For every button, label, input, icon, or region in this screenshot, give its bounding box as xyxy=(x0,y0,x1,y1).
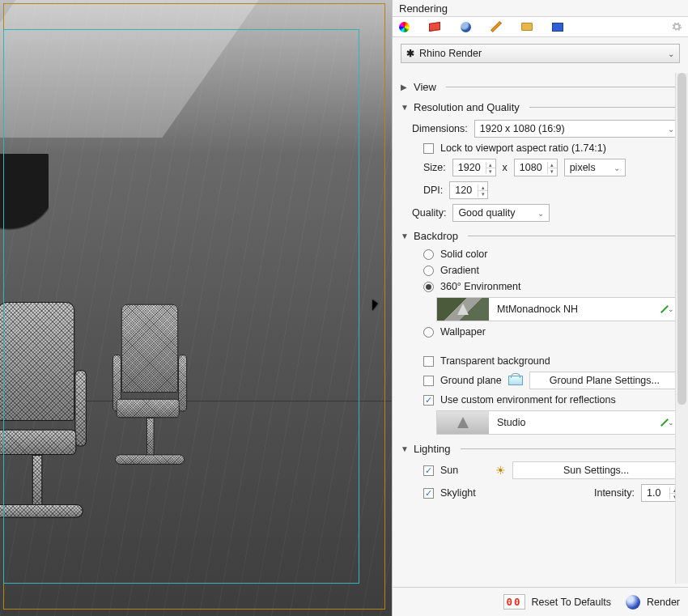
dpi-spinner[interactable]: ▴▾ xyxy=(478,185,487,197)
sun-checkbox[interactable]: ✓ xyxy=(423,465,434,476)
ground-plane-checkbox[interactable] xyxy=(423,376,434,386)
chevron-down-icon: ⌄ xyxy=(668,49,674,58)
render-button[interactable]: Render xyxy=(626,595,680,610)
libraries-tab-icon[interactable] xyxy=(428,20,441,33)
quality-label: Quality: xyxy=(412,207,446,219)
panel-toolbar xyxy=(393,16,688,37)
reflection-thumbnail xyxy=(437,411,489,434)
section-backdrop-label: Backdrop xyxy=(414,230,458,242)
scrollbar-thumb[interactable] xyxy=(677,73,686,405)
section-lighting-header[interactable]: ▼ Lighting xyxy=(401,443,680,455)
sun-settings-button[interactable]: Sun Settings... xyxy=(512,461,680,479)
section-lighting-label: Lighting xyxy=(414,443,451,455)
rendering-panel: Rendering ✱ Rhino Render ⌄ ▶ View ▼ Reso… xyxy=(392,0,688,616)
reset-counter-icon: 00 xyxy=(503,594,525,610)
section-resolution-header[interactable]: ▼ Resolution and Quality xyxy=(401,101,680,113)
section-view-header[interactable]: ▶ View xyxy=(401,81,680,93)
materials-tab-icon[interactable] xyxy=(397,20,410,33)
dimensions-select[interactable]: 1920 x 1080 (16:9) ⌄ xyxy=(474,120,680,138)
skylight-label: Skylight xyxy=(440,487,476,499)
lock-aspect-label: Lock to viewport aspect ratio (1.74:1) xyxy=(440,142,606,154)
environment-name: MtMonadnock NH xyxy=(497,304,578,315)
size-label: Size: xyxy=(423,162,446,173)
environment-edit-button[interactable]: ⌄ xyxy=(664,304,674,314)
open-tab-icon[interactable] xyxy=(520,20,533,33)
backdrop-gradient-radio[interactable] xyxy=(423,266,434,276)
units-select[interactable]: pixels ⌄ xyxy=(564,159,626,176)
skylight-checkbox[interactable]: ✓ xyxy=(423,488,434,499)
render-label: Render xyxy=(647,597,680,608)
edit-tab-icon[interactable] xyxy=(490,20,503,33)
panel-footer: 00 Reset To Defaults Render xyxy=(393,587,688,616)
backdrop-wallpaper-label: Wallpaper xyxy=(440,326,486,338)
reset-defaults-button[interactable]: 00 Reset To Defaults xyxy=(503,594,612,610)
environment-thumbnail xyxy=(437,298,489,321)
backdrop-gradient-label: Gradient xyxy=(440,265,479,276)
backdrop-wallpaper-radio[interactable] xyxy=(423,327,434,338)
chevron-down-icon: ⌄ xyxy=(661,125,674,134)
dpi-label: DPI: xyxy=(423,185,443,196)
intensity-label: Intensity: xyxy=(594,487,635,499)
panel-scrollbar[interactable] xyxy=(675,73,688,584)
renderer-name: Rhino Render xyxy=(419,48,482,59)
transparent-bg-label: Transparent background xyxy=(440,355,550,367)
custom-reflection-label: Use custom environment for reflections xyxy=(440,394,616,406)
reset-label: Reset To Defaults xyxy=(532,597,611,608)
panel-scroll-area[interactable]: ▶ View ▼ Resolution and Quality Dimensio… xyxy=(393,70,688,587)
backdrop-solid-radio[interactable] xyxy=(423,249,434,260)
panel-title: Rendering xyxy=(393,0,688,16)
chevron-down-icon: ⌄ xyxy=(668,418,674,427)
chevron-right-icon: ▶ xyxy=(401,83,409,91)
reflection-env-name: Studio xyxy=(497,417,525,428)
render-sphere-icon xyxy=(626,595,640,610)
ground-plane-icon xyxy=(508,376,523,385)
backdrop-solid-label: Solid color xyxy=(440,249,487,260)
safe-frame-inner xyxy=(3,29,359,584)
environments-tab-icon[interactable] xyxy=(459,20,472,33)
chevron-down-icon: ▼ xyxy=(401,444,409,453)
backdrop-env-radio[interactable] xyxy=(423,282,434,292)
ground-plane-label: Ground plane xyxy=(440,375,502,386)
dimensions-label: Dimensions: xyxy=(412,123,468,134)
width-input[interactable]: 1920 ▴▾ xyxy=(452,159,496,176)
chevron-down-icon: ▼ xyxy=(401,232,409,240)
cursor-icon xyxy=(372,300,378,311)
quality-select[interactable]: Good quality ⌄ xyxy=(452,204,550,222)
reflection-environment-select[interactable]: Studio ⌄ xyxy=(436,410,680,435)
ground-plane-settings-button[interactable]: Ground Plane Settings... xyxy=(529,372,680,389)
backdrop-env-label: 360° Environment xyxy=(440,281,521,292)
lock-aspect-checkbox[interactable] xyxy=(423,143,434,154)
height-spinner[interactable]: ▴▾ xyxy=(547,162,557,174)
gear-icon[interactable] xyxy=(670,20,683,33)
chevron-down-icon: ⌄ xyxy=(531,209,544,218)
chevron-down-icon: ⌄ xyxy=(607,164,620,172)
size-x-label: x xyxy=(503,162,508,173)
section-resolution-label: Resolution and Quality xyxy=(414,101,520,113)
section-view-label: View xyxy=(414,81,436,93)
transparent-bg-checkbox[interactable] xyxy=(423,356,434,367)
rhino-logo-icon: ✱ xyxy=(406,48,414,59)
viewport-3d[interactable] xyxy=(0,0,392,616)
renderer-select[interactable]: ✱ Rhino Render ⌄ xyxy=(401,44,680,63)
custom-reflection-checkbox[interactable]: ✓ xyxy=(423,395,434,406)
sun-label: Sun xyxy=(440,465,458,476)
sun-icon: ☀ xyxy=(495,464,506,477)
section-backdrop-header[interactable]: ▼ Backdrop xyxy=(401,230,680,242)
intensity-input[interactable]: 1.0 ▴▾ xyxy=(641,484,680,502)
width-spinner[interactable]: ▴▾ xyxy=(486,162,495,174)
environment-select[interactable]: MtMonadnock NH ⌄ xyxy=(436,297,680,321)
height-input[interactable]: 1080 ▴▾ xyxy=(514,159,558,176)
dpi-input[interactable]: 120 ▴▾ xyxy=(449,181,488,199)
render-settings-tab-icon[interactable] xyxy=(551,20,564,33)
reflection-edit-button[interactable]: ⌄ xyxy=(664,418,674,427)
chevron-down-icon: ⌄ xyxy=(668,305,674,313)
chevron-down-icon: ▼ xyxy=(401,103,409,112)
